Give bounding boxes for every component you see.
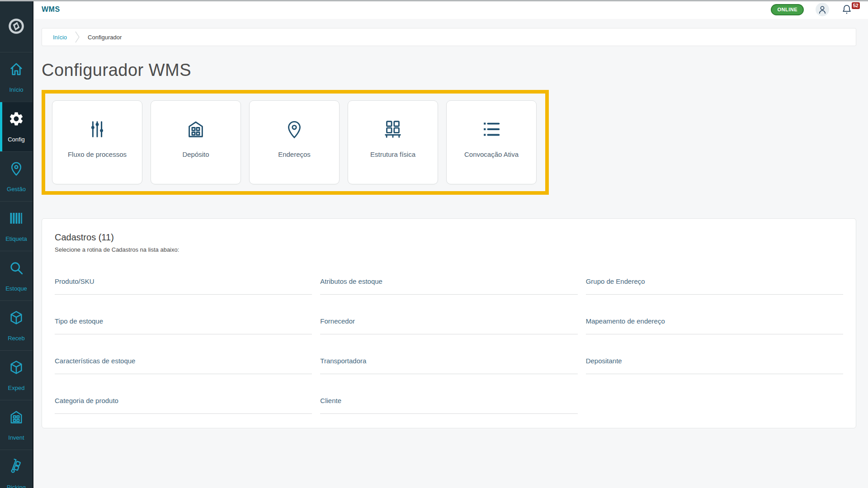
sidebar-item-label: Picking — [7, 484, 26, 488]
link-categoria-de-produto[interactable]: Categoria de produto — [55, 397, 312, 414]
list-icon — [481, 119, 502, 140]
app-title: WMS — [42, 5, 60, 14]
sidebar-item-label: Início — [9, 86, 23, 93]
sidebar-item-label: Exped — [8, 385, 25, 391]
empty-cell — [586, 397, 843, 414]
search-icon — [8, 260, 24, 276]
breadcrumb: Início Configurador — [42, 28, 856, 46]
user-avatar-button[interactable] — [816, 3, 829, 16]
card-label: Fluxo de processos — [68, 150, 127, 158]
topbar-actions: ONLINE 52 — [771, 3, 853, 16]
totvs-logo-icon — [7, 17, 26, 36]
sidebar-item-gestao[interactable]: Gestão — [0, 151, 33, 201]
sliders-icon — [87, 119, 108, 140]
topbar: WMS ONLINE 52 — [34, 0, 868, 19]
breadcrumb-item-configurador: Configurador — [88, 34, 122, 41]
link-fornecedor[interactable]: Fornecedor — [320, 317, 577, 334]
card-label: Endereços — [278, 150, 311, 158]
sidebar-item-invent[interactable]: Invent — [0, 400, 33, 450]
cube-icon — [8, 359, 24, 375]
card-enderecos[interactable]: Endereços — [249, 100, 340, 184]
window-edge — [0, 0, 868, 1]
cadastros-links: Produto/SKU Atributos de estoque Grupo d… — [55, 277, 843, 414]
sidebar-item-label: Estoque — [5, 285, 27, 292]
sidebar-item-label: Etiqueta — [5, 235, 27, 242]
main-content: Início Configurador Configurador WMS Flu… — [34, 19, 868, 488]
link-atributos-de-estoque[interactable]: Atributos de estoque — [320, 277, 577, 295]
sidebar-item-label: Gestão — [7, 186, 26, 192]
pallet-icon — [382, 119, 403, 140]
sidebar-item-exped[interactable]: Exped — [0, 350, 33, 400]
sidebar-item-inicio[interactable]: Início — [0, 52, 33, 102]
sidebar-item-label: Config — [8, 136, 25, 143]
map-pin-icon — [284, 119, 305, 140]
sidebar-item-label: Receb — [8, 335, 25, 342]
chevron-right-icon — [74, 30, 80, 44]
card-estrutura-fisica[interactable]: Estrutura física — [348, 100, 438, 184]
sidebar-item-receb[interactable]: Receb — [0, 300, 33, 350]
building-icon — [8, 409, 24, 425]
card-label: Depósito — [182, 150, 209, 158]
notifications-button[interactable]: 52 — [841, 4, 853, 15]
highlight-annotation: Fluxo de processos Depósito — [42, 90, 549, 195]
bell-icon — [841, 4, 853, 15]
sidebar: Início Config Gestão Et — [0, 0, 33, 488]
link-tipo-de-estoque[interactable]: Tipo de estoque — [55, 317, 312, 334]
card-label: Estrutura física — [370, 150, 415, 158]
sidebar-item-etiqueta[interactable]: Etiqueta — [0, 201, 33, 251]
home-icon — [8, 61, 24, 77]
link-mapeamento-de-endereco[interactable]: Mapeamento de endereço — [586, 317, 843, 334]
notification-count-badge: 52 — [852, 2, 860, 9]
cadastros-panel: Cadastros (11) Selecione a rotina de Cad… — [42, 218, 856, 428]
user-icon — [817, 4, 828, 15]
cube-icon — [8, 310, 24, 326]
map-pin-icon — [8, 160, 24, 177]
barcode-icon — [8, 210, 24, 226]
link-grupo-de-endereco[interactable]: Grupo de Endereço — [586, 277, 843, 295]
cadastros-subtitle: Selecione a rotina de Cadastros na lista… — [55, 246, 843, 253]
hand-truck-icon — [8, 459, 24, 475]
link-caracteristicas-de-estoque[interactable]: Características de estoque — [55, 357, 312, 374]
totvs-logo[interactable] — [0, 0, 33, 52]
online-status-badge: ONLINE — [771, 4, 804, 15]
link-produto-sku[interactable]: Produto/SKU — [55, 277, 312, 295]
sidebar-item-picking[interactable]: Picking — [0, 450, 33, 488]
sidebar-item-estoque[interactable]: Estoque — [0, 251, 33, 300]
sidebar-item-config[interactable]: Config — [0, 102, 33, 151]
card-label: Convocação Ativa — [464, 150, 519, 158]
link-cliente[interactable]: Cliente — [320, 397, 577, 414]
page-title: Configurador WMS — [42, 61, 856, 80]
card-deposito[interactable]: Depósito — [151, 100, 241, 184]
sidebar-item-label: Invent — [8, 434, 24, 441]
gear-icon — [8, 111, 24, 127]
breadcrumb-item-inicio[interactable]: Início — [53, 34, 67, 41]
warehouse-icon — [185, 119, 206, 140]
link-transportadora[interactable]: Transportadora — [320, 357, 577, 374]
card-fluxo-de-processos[interactable]: Fluxo de processos — [52, 100, 142, 184]
link-depositante[interactable]: Depositante — [586, 357, 843, 374]
card-convocacao-ativa[interactable]: Convocação Ativa — [446, 100, 537, 184]
cadastros-title: Cadastros (11) — [55, 232, 843, 243]
